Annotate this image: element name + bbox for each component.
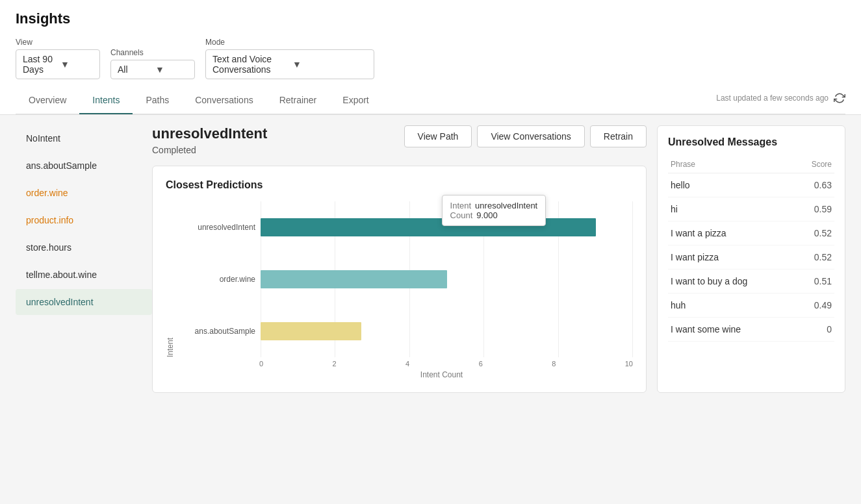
tooltip-intent-value: unresolvedIntent [475,201,537,210]
unresolved-table: Phrase Score hello 0.63 hi 0.59 I want a… [668,156,834,342]
bar-label-unresolved: unresolvedIntent [177,223,255,232]
unresolved-title: Unresolved Messages [668,136,834,148]
sidebar-item-product-info[interactable]: product.info [16,207,152,233]
bar-row-unresolved: unresolvedIntent [177,218,633,236]
retrain-button[interactable]: Retrain [590,125,647,147]
view-filter-chevron: ▼ [60,59,93,69]
nav-tabs: Overview Intents Paths Conversations Ret… [16,87,845,114]
score-col-header: Score [795,156,834,173]
last-updated-text: Last updated a few seconds ago [716,94,829,103]
bar-label-order-wine: order.wine [177,275,255,284]
tab-overview[interactable]: Overview [16,87,79,114]
mode-filter-chevron: ▼ [292,59,367,69]
tooltip-intent-label: Intent [450,201,472,210]
sidebar-item-no-intent[interactable]: NoIntent [16,125,152,151]
main-content: NoIntent ans.aboutSample order.wine prod… [0,115,861,409]
view-filter-value: Last 90 Days [23,54,55,75]
phrase-col-header: Phrase [668,156,795,173]
view-filter-select[interactable]: Last 90 Days ▼ [16,49,100,79]
sidebar: NoIntent ans.aboutSample order.wine prod… [16,115,152,393]
score-cell: 0.52 [795,221,834,246]
score-cell: 0.63 [795,173,834,197]
bar-fill-order-wine [261,270,447,288]
channels-filter-value: All [118,64,150,75]
unresolved-card: Unresolved Messages Phrase Score hello 0… [657,125,845,393]
x-tick-6: 6 [479,360,483,368]
mode-filter-group: Mode Text and Voice Conversations ▼ [205,38,374,79]
tab-conversations[interactable]: Conversations [182,87,266,114]
y-axis-label: Intent [166,201,175,357]
x-axis-ticks: 0 2 4 6 8 10 [166,360,633,368]
tooltip-count-label: Count [450,210,473,220]
phrase-cell: I want some wine [668,318,795,342]
sidebar-item-unresolved-intent[interactable]: unresolvedIntent [16,289,152,315]
tab-retrainer[interactable]: Retrainer [266,87,330,114]
score-cell: 0.51 [795,270,834,294]
table-row: hi 0.59 [668,197,834,221]
chart-card: Closest Predictions Intent [152,166,647,393]
bar-fill-ans-about-sample [261,322,361,340]
channels-filter-group: Channels All ▼ [110,48,195,79]
phrase-cell: huh [668,294,795,318]
chart-title: Closest Predictions [166,179,633,191]
page-title: Insights [16,10,845,27]
page: Insights View Last 90 Days ▼ Channels Al… [0,0,861,504]
view-filter-label: View [16,38,100,47]
mode-filter-select[interactable]: Text and Voice Conversations ▼ [205,49,374,79]
sidebar-item-tellme-about-wine[interactable]: tellme.about.wine [16,262,152,288]
tab-export[interactable]: Export [329,87,381,114]
channels-filter-select[interactable]: All ▼ [110,60,195,79]
phrase-cell: hello [668,173,795,197]
table-row: hello 0.63 [668,173,834,197]
right-panel: Unresolved Messages Phrase Score hello 0… [657,115,845,393]
score-cell: 0.49 [795,294,834,318]
score-cell: 0.52 [795,246,834,270]
channels-filter-label: Channels [110,48,195,57]
bar-row-order-wine: order.wine [177,270,633,288]
view-conversations-button[interactable]: View Conversations [477,125,584,147]
x-tick-2: 2 [333,360,337,368]
sidebar-item-ans-about-sample[interactable]: ans.aboutSample [16,153,152,179]
score-cell: 0.59 [795,197,834,221]
mode-filter-value: Text and Voice Conversations [212,54,287,75]
view-path-button[interactable]: View Path [404,125,472,147]
action-buttons: View Path View Conversations Retrain [404,125,647,147]
header: Insights View Last 90 Days ▼ Channels Al… [0,0,861,115]
tooltip-count-value: 9.000 [476,210,498,220]
phrase-cell: I want a pizza [668,221,795,246]
bars-area: unresolvedIntent Intent unresolvedIntent [177,201,633,357]
filters-row: View Last 90 Days ▼ Channels All ▼ Mode … [16,38,845,79]
x-tick-4: 4 [405,360,409,368]
x-tick-10: 10 [625,360,633,368]
refresh-icon[interactable] [834,92,845,104]
chart-area: Intent [166,201,633,357]
table-row: I want to buy a dog 0.51 [668,270,834,294]
x-tick-0: 0 [259,360,263,368]
mode-filter-label: Mode [205,38,374,47]
view-filter-group: View Last 90 Days ▼ [16,38,100,79]
bar-track-order-wine [261,270,633,288]
bar-track-ans-about-sample [261,322,633,340]
phrase-cell: hi [668,197,795,221]
intent-status: Completed [152,145,267,155]
x-tick-8: 8 [552,360,556,368]
table-row: huh 0.49 [668,294,834,318]
intent-title: unresolvedIntent [152,125,267,142]
sidebar-item-store-hours[interactable]: store.hours [16,234,152,260]
intent-content: unresolvedIntent Completed View Path Vie… [152,115,647,393]
x-axis-label: Intent Count [166,370,633,379]
table-row: I want some wine 0 [668,318,834,342]
tab-paths[interactable]: Paths [133,87,182,114]
sidebar-item-order-wine[interactable]: order.wine [16,180,152,206]
table-row: I want pizza 0.52 [668,246,834,270]
channels-filter-chevron: ▼ [155,64,188,75]
tab-intents[interactable]: Intents [79,87,133,114]
intent-header: unresolvedIntent Completed View Path Vie… [152,125,647,166]
score-cell: 0 [795,318,834,342]
bar-row-ans-about-sample: ans.aboutSample [177,322,633,340]
chart-tooltip: Intent unresolvedIntent Count 9.000 [442,195,546,226]
table-row: I want a pizza 0.52 [668,221,834,246]
phrase-cell: I want to buy a dog [668,270,795,294]
phrase-cell: I want pizza [668,246,795,270]
bar-label-ans-about-sample: ans.aboutSample [177,327,255,336]
